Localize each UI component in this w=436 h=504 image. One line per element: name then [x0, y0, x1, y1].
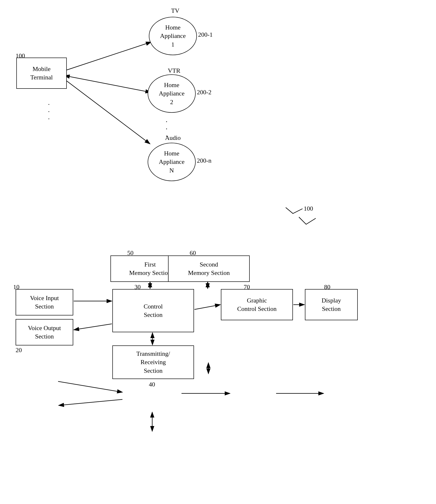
- svg-line-5: [64, 76, 151, 92]
- voice-input-label: Voice Input Section: [30, 294, 59, 311]
- appliance-1-label: Home Appliance 1: [160, 23, 186, 48]
- control-section: Control Section: [112, 289, 194, 332]
- appliance-n-label: Home Appliance N: [159, 149, 185, 174]
- dots-left3: ·: [48, 115, 50, 123]
- dots-left: ·: [48, 101, 50, 108]
- graphic-label: Graphic Control Section: [237, 296, 277, 313]
- mobile-terminal-label: Mobile Terminal: [30, 65, 53, 81]
- display-section: Display Section: [305, 289, 358, 320]
- appliance-1: Home Appliance 1: [149, 17, 197, 55]
- voice-output-id: 20: [16, 347, 22, 354]
- svg-line-6: [64, 79, 150, 144]
- voice-output-label: Voice Output Section: [28, 324, 61, 341]
- diagram: TV Home Appliance 1 200-1 VTR Home Appli…: [0, 0, 436, 504]
- dots-top2: ·: [166, 125, 168, 133]
- transmit-id: 40: [149, 381, 155, 388]
- appliance-2: Home Appliance 2: [148, 74, 196, 113]
- audio-label: Audio: [154, 134, 192, 142]
- appliance-n: Home Appliance N: [148, 143, 196, 181]
- appliance-1-id: 200-1: [198, 31, 213, 38]
- voice-input-section: Voice Input Section: [16, 289, 73, 315]
- second-memory-label: Second Memory Section: [188, 260, 230, 277]
- tv-label: TV: [161, 7, 190, 14]
- svg-line-7: [58, 381, 122, 392]
- appliance-n-id: 200-n: [197, 157, 212, 164]
- control-label: Control Section: [144, 302, 163, 319]
- transmit-label: Transmitting/ Receiving Section: [136, 350, 170, 375]
- graphic-control-section: Graphic Control Section: [221, 289, 293, 320]
- svg-line-21: [74, 324, 112, 330]
- appliance-2-label: Home Appliance 2: [159, 81, 185, 106]
- second-memory-section: Second Memory Section: [168, 255, 250, 282]
- svg-line-22: [195, 305, 220, 309]
- bottom-mobile-id: 100: [304, 205, 313, 212]
- appliance-2-id: 200-2: [197, 89, 212, 96]
- voice-output-section: Voice Output Section: [16, 319, 73, 345]
- mobile-terminal: Mobile Terminal: [16, 58, 67, 89]
- dots-left2: ·: [48, 108, 50, 116]
- vtr-label: VTR: [160, 67, 188, 74]
- first-memory-label: First Memory Section: [129, 260, 171, 277]
- svg-line-4: [64, 42, 151, 71]
- display-label: Display Section: [322, 296, 341, 313]
- dots-top: ·: [166, 117, 168, 126]
- transmit-section: Transmitting/ Receiving Section: [112, 345, 194, 379]
- svg-line-8: [59, 399, 122, 405]
